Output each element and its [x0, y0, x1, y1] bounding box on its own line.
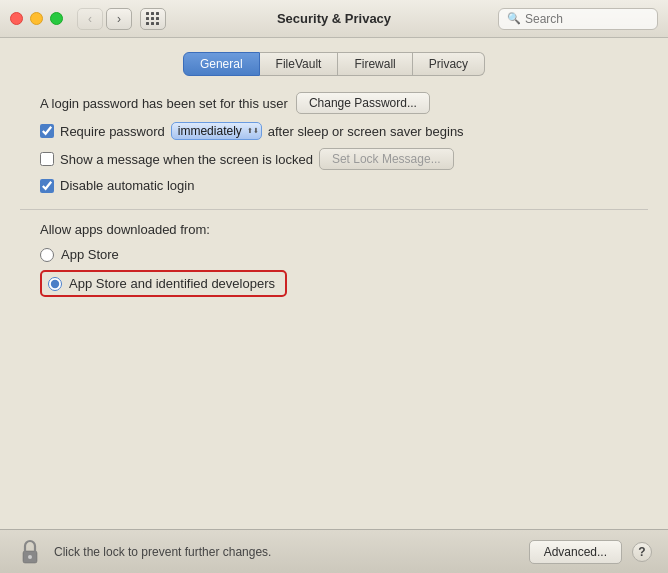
app-store-identified-radio[interactable]	[48, 277, 62, 291]
traffic-lights	[10, 12, 63, 25]
tab-general[interactable]: General	[183, 52, 260, 76]
svg-point-1	[28, 555, 32, 559]
titlebar: ‹ › Security & Privacy 🔍	[0, 0, 668, 38]
tab-firewall[interactable]: Firewall	[338, 52, 412, 76]
search-box[interactable]: 🔍	[498, 8, 658, 30]
login-description-text: A login password has been set for this u…	[40, 96, 288, 111]
grid-icon	[146, 12, 160, 26]
password-timing-dropdown-wrapper[interactable]: immediately 5 seconds 1 minute 5 minutes…	[171, 122, 262, 140]
search-icon: 🔍	[507, 12, 521, 25]
tab-bar: General FileVault Firewall Privacy	[20, 52, 648, 76]
show-message-label: Show a message when the screen is locked	[60, 152, 313, 167]
section-separator	[20, 209, 648, 210]
app-store-identified-label: App Store and identified developers	[69, 276, 275, 291]
show-message-row: Show a message when the screen is locked…	[40, 148, 628, 170]
change-password-button[interactable]: Change Password...	[296, 92, 430, 114]
set-lock-message-button[interactable]: Set Lock Message...	[319, 148, 454, 170]
login-section: A login password has been set for this u…	[20, 92, 648, 193]
login-description-row: A login password has been set for this u…	[40, 92, 628, 114]
disable-autologin-row: Disable automatic login	[40, 178, 628, 193]
radio-app-store[interactable]: App Store	[40, 247, 628, 262]
apps-section: Allow apps downloaded from: App Store Ap…	[20, 222, 648, 297]
app-store-identified-highlight: App Store and identified developers	[40, 270, 287, 297]
app-store-label: App Store	[61, 247, 119, 262]
require-password-checkbox[interactable]	[40, 124, 54, 138]
close-button[interactable]	[10, 12, 23, 25]
search-input[interactable]	[525, 12, 649, 26]
disable-autologin-checkbox[interactable]	[40, 179, 54, 193]
lock-text: Click the lock to prevent further change…	[54, 545, 519, 559]
window-title: Security & Privacy	[277, 11, 391, 26]
main-content: General FileVault Firewall Privacy A log…	[0, 38, 668, 529]
require-password-label: Require password	[60, 124, 165, 139]
forward-button[interactable]: ›	[106, 8, 132, 30]
lock-icon-wrapper[interactable]	[16, 537, 44, 567]
nav-buttons: ‹ ›	[77, 8, 132, 30]
app-store-radio[interactable]	[40, 248, 54, 262]
show-message-checkbox[interactable]	[40, 152, 54, 166]
disable-autologin-label: Disable automatic login	[60, 178, 194, 193]
require-password-suffix: after sleep or screen saver begins	[268, 124, 464, 139]
require-password-row: Require password immediately 5 seconds 1…	[40, 122, 628, 140]
lock-icon	[19, 538, 41, 566]
back-button[interactable]: ‹	[77, 8, 103, 30]
advanced-button[interactable]: Advanced...	[529, 540, 622, 564]
help-button[interactable]: ?	[632, 542, 652, 562]
minimize-button[interactable]	[30, 12, 43, 25]
tab-filevault[interactable]: FileVault	[260, 52, 339, 76]
bottom-bar: Click the lock to prevent further change…	[0, 529, 668, 573]
apps-section-label: Allow apps downloaded from:	[40, 222, 628, 237]
grid-menu-button[interactable]	[140, 8, 166, 30]
password-timing-dropdown[interactable]: immediately 5 seconds 1 minute 5 minutes…	[171, 122, 262, 140]
radio-app-store-identified[interactable]: App Store and identified developers	[48, 276, 275, 291]
tab-privacy[interactable]: Privacy	[413, 52, 485, 76]
maximize-button[interactable]	[50, 12, 63, 25]
